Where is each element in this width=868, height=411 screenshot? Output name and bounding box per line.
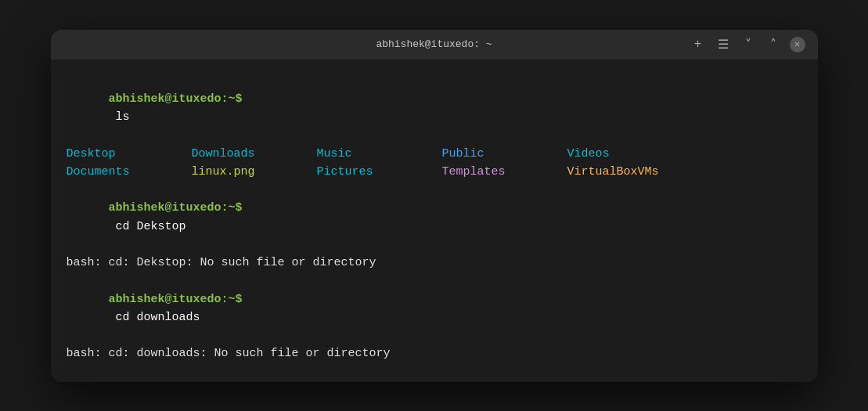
close-button[interactable]: ✕ xyxy=(790,37,805,52)
ls-item-public: Public xyxy=(442,145,567,163)
title-bar: abhishek@ituxedo: ~ + ☰ ˅ ˄ ✕ xyxy=(51,30,818,59)
terminal-line: abhishek@ituxedo:~$ ls xyxy=(67,72,802,145)
ls-output-row1: Desktop Downloads Music Public Videos xyxy=(67,145,802,163)
ls-item-templates: Templates xyxy=(442,163,567,181)
terminal-window: abhishek@ituxedo: ~ + ☰ ˅ ˄ ✕ abhishek@i… xyxy=(51,30,818,382)
ls-item-virtualboxvms: VirtualBoxVMs xyxy=(567,163,693,181)
terminal-body[interactable]: abhishek@ituxedo:~$ ls Desktop Downloads… xyxy=(51,59,818,382)
ls-item-downloads: Downloads xyxy=(192,145,317,163)
output-cd-dekstop: bash: cd: Dekstop: No such file or direc… xyxy=(67,254,802,272)
window-title: abhishek@ituxedo: ~ xyxy=(376,38,492,50)
terminal-line-3: abhishek@ituxedo:~$ cd downloads xyxy=(67,272,802,344)
command-cd-downloads: cd downloads xyxy=(109,311,200,324)
ls-item-music: Music xyxy=(317,145,442,163)
ls-item-documents: Documents xyxy=(67,163,192,181)
prompt-2: abhishek@ituxedo:~$ xyxy=(109,201,243,215)
command-text: ls xyxy=(109,110,130,124)
ls-item-desktop: Desktop xyxy=(67,145,192,163)
title-bar-controls: + ☰ ˅ ˄ ✕ xyxy=(690,36,805,53)
prompt-3: abhishek@ituxedo:~$ xyxy=(109,293,243,306)
ls-item-videos: Videos xyxy=(567,145,693,163)
output-cd-downloads: bash: cd: downloads: No such file or dir… xyxy=(67,344,802,362)
ls-item-pictures: Pictures xyxy=(317,163,442,181)
terminal-line-2: abhishek@ituxedo:~$ cd Dekstop xyxy=(67,181,802,254)
scroll-up-button[interactable]: ˄ xyxy=(765,36,782,53)
prompt: abhishek@ituxedo:~$ xyxy=(109,92,243,106)
menu-button[interactable]: ☰ xyxy=(715,36,732,53)
add-tab-button[interactable]: + xyxy=(690,36,707,53)
terminal-line-4: abhishek@ituxedo:~$ cd usr/share xyxy=(67,363,802,382)
ls-item-linuxpng: linux.png xyxy=(192,163,317,181)
scroll-down-button[interactable]: ˅ xyxy=(740,36,757,53)
ls-output-row2: Documents linux.png Pictures Templates V… xyxy=(67,163,802,181)
command-cd-dekstop: cd Dekstop xyxy=(109,220,186,233)
